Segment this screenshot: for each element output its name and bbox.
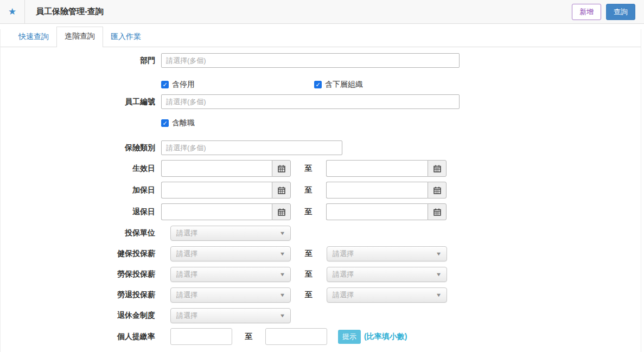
effective-date-label: 生效日	[1, 164, 161, 174]
pension-system-select[interactable]: 請選擇 ▼	[170, 308, 291, 323]
calendar-icon	[433, 208, 441, 216]
tab-quick-query[interactable]: 快速查詢	[11, 28, 56, 47]
pension-salary-to-value: 請選擇	[333, 290, 354, 300]
nhi-salary-to-select[interactable]: 請選擇 ▼	[327, 246, 447, 261]
chevron-down-icon: ▼	[279, 251, 286, 257]
calendar-icon	[278, 165, 285, 172]
row-labor-salary: 勞保投保薪 請選擇 ▼ 至 請選擇 ▼	[1, 267, 641, 282]
insured-unit-select[interactable]: 請選擇 ▼	[170, 226, 291, 241]
include-sub-org-label: 含下層組織	[325, 80, 363, 89]
include-inactive-checkbox[interactable]: ✓ 含停用	[161, 80, 314, 89]
checkbox-checked-icon: ✓	[161, 81, 169, 88]
nhi-salary-from-select[interactable]: 請選擇 ▼	[170, 246, 291, 261]
add-button[interactable]: 新增	[572, 4, 601, 20]
content-panel: 快速查詢 進階查詢 匯入作業 部門 ✓ 含停用 ✓ 含下層組織 員工編號	[0, 29, 641, 352]
labor-salary-to-value: 請選擇	[333, 270, 354, 279]
row-pension-salary: 勞退投保薪 請選擇 ▼ 至 請選擇 ▼	[1, 287, 641, 303]
chevron-down-icon: ▼	[436, 251, 442, 257]
hint-text: (比率填小數)	[364, 332, 407, 342]
app-window: ★ 員工保險管理-查詢 新增 查詢 快速查詢 進階查詢 匯入作業 部門 ✓ 含停…	[0, 0, 644, 352]
department-label: 部門	[1, 56, 161, 66]
include-sub-org-checkbox[interactable]: ✓ 含下層組織	[314, 80, 363, 89]
calendar-icon	[278, 187, 285, 194]
withdraw-date-from-calendar-button[interactable]	[272, 203, 291, 220]
withdraw-date-to-calendar-button[interactable]	[428, 203, 447, 220]
personal-rate-label: 個人提繳率	[1, 332, 161, 342]
row-insurance-type: 保險類別	[1, 140, 641, 155]
labor-salary-from-select[interactable]: 請選擇 ▼	[170, 267, 291, 282]
row-personal-rate: 個人提繳率 至 提示 (比率填小數)	[1, 328, 641, 345]
row-withdraw-date: 退保日 至	[1, 203, 641, 220]
calendar-icon	[433, 187, 441, 194]
pension-salary-label: 勞退投保薪	[1, 290, 161, 300]
favorite-star-button[interactable]: ★	[0, 0, 25, 23]
checkbox-checked-icon: ✓	[314, 81, 322, 88]
insured-unit-label: 投保單位	[1, 228, 161, 238]
withdraw-date-from-input[interactable]	[161, 203, 272, 220]
to-separator: 至	[291, 290, 327, 300]
personal-rate-from-input[interactable]	[170, 328, 232, 345]
effective-date-to-calendar-button[interactable]	[428, 160, 447, 177]
enroll-date-to-calendar-button[interactable]	[428, 182, 447, 199]
row-department: 部門	[1, 53, 641, 68]
to-separator: 至	[291, 270, 327, 279]
withdraw-date-from-group	[161, 203, 291, 220]
effective-date-to-input[interactable]	[326, 160, 428, 177]
enroll-date-from-calendar-button[interactable]	[272, 182, 291, 199]
to-separator: 至	[291, 185, 326, 195]
hint-badge: 提示	[338, 330, 361, 344]
chevron-down-icon: ▼	[279, 292, 286, 298]
row-insured-unit: 投保單位 請選擇 ▼	[1, 226, 641, 241]
to-separator: 至	[232, 332, 265, 342]
to-separator: 至	[291, 164, 326, 174]
personal-rate-to-input[interactable]	[265, 328, 327, 345]
query-button[interactable]: 查詢	[606, 4, 635, 20]
enroll-date-to-group	[326, 182, 447, 199]
row-nhi-salary: 健保投保薪 請選擇 ▼ 至 請選擇 ▼	[1, 246, 641, 261]
labor-salary-from-value: 請選擇	[176, 270, 197, 279]
nhi-salary-label: 健保投保薪	[1, 249, 161, 259]
header-actions: 新增 查詢	[572, 4, 635, 20]
chevron-down-icon: ▼	[279, 231, 286, 236]
checkbox-checked-icon: ✓	[161, 119, 169, 127]
withdraw-date-to-input[interactable]	[326, 203, 428, 220]
enroll-date-label: 加保日	[1, 185, 161, 195]
to-separator: 至	[291, 249, 327, 259]
tab-bar: 快速查詢 進階查詢 匯入作業	[1, 29, 641, 47]
enroll-date-from-group	[161, 182, 291, 199]
pension-system-label: 退休金制度	[1, 311, 161, 321]
row-pension-system: 退休金制度 請選擇 ▼	[1, 308, 641, 323]
effective-date-from-group	[161, 160, 291, 177]
nhi-salary-from-value: 請選擇	[176, 249, 197, 259]
chevron-down-icon: ▼	[436, 292, 442, 298]
row-effective-date: 生效日 至	[1, 160, 641, 177]
insurance-type-input[interactable]	[161, 140, 342, 155]
calendar-icon	[278, 208, 285, 216]
header-bar: ★ 員工保險管理-查詢 新增 查詢	[0, 0, 644, 24]
pension-salary-from-select[interactable]: 請選擇 ▼	[170, 287, 291, 303]
department-input[interactable]	[161, 53, 460, 68]
tab-import[interactable]: 匯入作業	[103, 28, 149, 47]
pension-salary-from-value: 請選擇	[176, 290, 197, 300]
labor-salary-label: 勞保投保薪	[1, 270, 161, 279]
insured-unit-select-value: 請選擇	[176, 228, 197, 238]
effective-date-from-calendar-button[interactable]	[272, 160, 291, 177]
star-icon: ★	[8, 6, 16, 17]
calendar-icon	[433, 165, 441, 172]
insurance-type-label: 保險類別	[1, 143, 161, 153]
page-title: 員工保險管理-查詢	[36, 7, 104, 17]
chevron-down-icon: ▼	[436, 272, 442, 277]
labor-salary-to-select[interactable]: 請選擇 ▼	[327, 267, 447, 282]
row-enroll-date: 加保日 至	[1, 182, 641, 199]
withdraw-date-to-group	[326, 203, 447, 220]
enroll-date-to-input[interactable]	[326, 182, 428, 199]
row-department-options: ✓ 含停用 ✓ 含下層組織	[161, 80, 641, 89]
enroll-date-from-input[interactable]	[161, 182, 272, 199]
employee-id-input[interactable]	[161, 94, 460, 109]
include-resigned-checkbox[interactable]: ✓ 含離職	[161, 118, 195, 128]
tab-advanced-query[interactable]: 進階查詢	[56, 27, 103, 47]
withdraw-date-label: 退保日	[1, 207, 161, 217]
effective-date-to-group	[326, 160, 447, 177]
pension-salary-to-select[interactable]: 請選擇 ▼	[327, 287, 447, 303]
effective-date-from-input[interactable]	[161, 160, 272, 177]
